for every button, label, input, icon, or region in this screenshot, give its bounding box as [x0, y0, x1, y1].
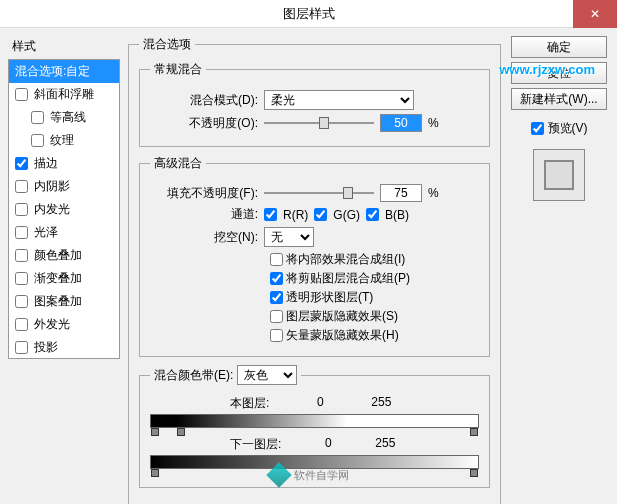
close-button[interactable]: ✕: [573, 0, 617, 28]
style-item[interactable]: 图案叠加: [9, 290, 119, 313]
style-item[interactable]: 渐变叠加: [9, 267, 119, 290]
advanced-option-checkbox[interactable]: [270, 253, 283, 266]
style-item[interactable]: 颜色叠加: [9, 244, 119, 267]
style-checkbox[interactable]: [15, 318, 28, 331]
blend-mode-label: 混合模式(D):: [150, 92, 258, 109]
this-layer-gradient[interactable]: [150, 414, 479, 428]
channel-g-label: G(G): [333, 208, 360, 222]
channel-b-label: B(B): [385, 208, 409, 222]
this-layer-values: 本图层: 0 255: [230, 395, 439, 412]
styles-panel: 样式 混合选项:自定斜面和浮雕等高线纹理描边内阴影内发光光泽颜色叠加渐变叠加图案…: [8, 36, 120, 504]
pct-label: %: [428, 116, 439, 130]
style-label: 描边: [34, 155, 58, 172]
blend-options-group: 混合选项 常规混合 混合模式(D): 柔光 不透明度(O): % 高级混合 填充…: [128, 36, 501, 504]
footer-text: 软件自学网: [294, 468, 349, 483]
channel-r-checkbox[interactable]: [264, 208, 277, 221]
opacity-slider[interactable]: [264, 114, 374, 132]
blendif-legend: 混合颜色带(E): 灰色: [150, 365, 301, 385]
preview-swatch: [544, 160, 574, 190]
preview-box: [533, 149, 585, 201]
channel-r-label: R(R): [283, 208, 308, 222]
pct-label: %: [428, 186, 439, 200]
style-checkbox[interactable]: [31, 134, 44, 147]
advanced-option-label: 将内部效果混合成组(I): [286, 251, 405, 268]
style-item[interactable]: 内阴影: [9, 175, 119, 198]
fill-opacity-slider[interactable]: [264, 184, 374, 202]
preview-row: 预览(V): [531, 120, 588, 137]
ok-button[interactable]: 确定: [511, 36, 607, 58]
style-item[interactable]: 纹理: [9, 129, 119, 152]
style-checkbox[interactable]: [15, 203, 28, 216]
advanced-option-checkbox[interactable]: [270, 272, 283, 285]
channel-row: 通道: R(R) G(G) B(B): [150, 206, 479, 223]
advanced-option-row: 矢量蒙版隐藏效果(H): [150, 327, 479, 344]
advanced-option-checkbox[interactable]: [270, 310, 283, 323]
footer-logo: 软件自学网: [270, 466, 349, 484]
style-checkbox[interactable]: [15, 341, 28, 354]
knockout-row: 挖空(N): 无: [150, 227, 479, 247]
advanced-option-row: 透明形状图层(T): [150, 289, 479, 306]
style-checkbox[interactable]: [31, 111, 44, 124]
channel-g-checkbox[interactable]: [314, 208, 327, 221]
next-layer-values: 下一图层: 0 255: [230, 436, 439, 453]
advanced-blend-group: 高级混合 填充不透明度(F): % 通道: R(R) G(G) B(B) 挖空(…: [139, 155, 490, 357]
opacity-input[interactable]: [380, 114, 422, 132]
advanced-option-checkbox[interactable]: [270, 291, 283, 304]
preview-checkbox[interactable]: [531, 122, 544, 135]
preview-label: 预览(V): [548, 120, 588, 137]
style-label: 颜色叠加: [34, 247, 82, 264]
style-label: 等高线: [50, 109, 86, 126]
style-item[interactable]: 斜面和浮雕: [9, 83, 119, 106]
new-style-button[interactable]: 新建样式(W)...: [511, 88, 607, 110]
watermark-text: www.rjzxw.com: [499, 62, 595, 77]
fill-opacity-label: 填充不透明度(F):: [150, 185, 258, 202]
style-checkbox[interactable]: [15, 157, 28, 170]
style-label: 光泽: [34, 224, 58, 241]
styles-label: 样式: [8, 36, 120, 57]
main-area: 样式 混合选项:自定斜面和浮雕等高线纹理描边内阴影内发光光泽颜色叠加渐变叠加图案…: [0, 28, 617, 504]
this-layer-label: 本图层:: [230, 395, 269, 412]
advanced-option-label: 矢量蒙版隐藏效果(H): [286, 327, 399, 344]
advanced-option-row: 将剪贴图层混合成组(P): [150, 270, 479, 287]
blend-mode-row: 混合模式(D): 柔光: [150, 90, 479, 110]
style-item[interactable]: 投影: [9, 336, 119, 359]
style-item[interactable]: 外发光: [9, 313, 119, 336]
style-item[interactable]: 内发光: [9, 198, 119, 221]
advanced-blend-legend: 高级混合: [150, 155, 206, 172]
style-item[interactable]: 描边: [9, 152, 119, 175]
title-bar: 图层样式 ✕: [0, 0, 617, 28]
opacity-row: 不透明度(O): %: [150, 114, 479, 132]
style-label: 斜面和浮雕: [34, 86, 94, 103]
style-item[interactable]: 等高线: [9, 106, 119, 129]
normal-blend-group: 常规混合 混合模式(D): 柔光 不透明度(O): %: [139, 61, 490, 147]
style-label: 纹理: [50, 132, 74, 149]
window-title: 图层样式: [283, 5, 335, 23]
fill-opacity-row: 填充不透明度(F): %: [150, 184, 479, 202]
advanced-option-label: 透明形状图层(T): [286, 289, 373, 306]
style-label: 外发光: [34, 316, 70, 333]
close-icon: ✕: [590, 7, 600, 21]
knockout-select[interactable]: 无: [264, 227, 314, 247]
style-checkbox[interactable]: [15, 180, 28, 193]
next-layer-label: 下一图层:: [230, 436, 281, 453]
style-checkbox[interactable]: [15, 226, 28, 239]
style-checkbox[interactable]: [15, 88, 28, 101]
opacity-label: 不透明度(O):: [150, 115, 258, 132]
style-checkbox[interactable]: [15, 295, 28, 308]
blend-options-legend: 混合选项: [139, 36, 195, 53]
logo-icon: [266, 462, 291, 487]
advanced-option-checkbox[interactable]: [270, 329, 283, 342]
style-item[interactable]: 光泽: [9, 221, 119, 244]
fill-opacity-input[interactable]: [380, 184, 422, 202]
style-label: 图案叠加: [34, 293, 82, 310]
style-item[interactable]: 混合选项:自定: [9, 60, 119, 83]
style-checkbox[interactable]: [15, 272, 28, 285]
blend-mode-select[interactable]: 柔光: [264, 90, 414, 110]
style-checkbox[interactable]: [15, 249, 28, 262]
channel-b-checkbox[interactable]: [366, 208, 379, 221]
styles-list[interactable]: 混合选项:自定斜面和浮雕等高线纹理描边内阴影内发光光泽颜色叠加渐变叠加图案叠加外…: [8, 59, 120, 359]
right-panel: 确定 www.rjzxw.com 复位 新建样式(W)... 预览(V): [509, 36, 609, 504]
advanced-option-row: 将内部效果混合成组(I): [150, 251, 479, 268]
advanced-option-label: 将剪贴图层混合成组(P): [286, 270, 410, 287]
blendif-select[interactable]: 灰色: [237, 365, 297, 385]
